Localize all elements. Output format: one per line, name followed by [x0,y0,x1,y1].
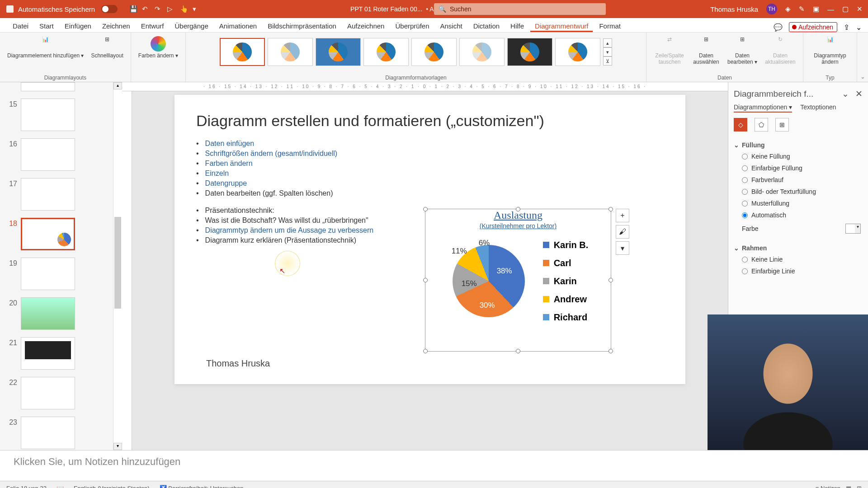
gallery-up-icon[interactable]: ▴ [603,38,612,47]
slide-counter[interactable]: Folie 18 von 33 [6,485,47,488]
chart-style-3[interactable] [316,38,361,66]
slide-thumb-18[interactable] [21,218,75,250]
tab-animationen[interactable]: Animationen [215,19,261,32]
radio-gradient-fill[interactable]: Farbverlauf [734,174,863,186]
resize-handle[interactable] [609,349,613,353]
radio-solid-fill[interactable]: Einfarbige Füllung [734,162,863,174]
pen-icon[interactable]: ✎ [799,5,805,13]
slide-thumb-21[interactable] [21,337,75,370]
quick-layout-button[interactable]: ⊞Schnelllayout [89,35,125,60]
app-menu-icon[interactable] [6,5,14,13]
fill-section-header[interactable]: ⌄ Füllung [734,140,863,150]
notes-toggle[interactable]: ≡ Notizen [816,485,840,488]
refresh-data-button[interactable]: ↻Daten aktualisieren [763,35,797,66]
bullet-l5[interactable]: Datengruppe [196,178,664,188]
slide-thumb-23[interactable] [21,417,75,449]
radio-solid-line[interactable]: Einfarbige Linie [734,265,863,277]
tab-datei[interactable]: Datei [8,19,33,32]
slide-thumb-15[interactable] [21,99,75,131]
horizontal-ruler[interactable]: · 16 · 15 · 14 · 13 · 12 · 11 · 10 · 9 ·… [122,82,728,91]
bullet-l4[interactable]: Einzeln [196,169,664,178]
resize-handle[interactable] [516,349,520,353]
search-box[interactable]: 🔍 Suchen [434,3,606,15]
notes-pane[interactable]: Klicken Sie, um Notizen hinzuzufügen [0,450,868,481]
slide-thumb-22[interactable] [21,377,75,409]
scroll-up-icon[interactable]: ▴ [113,82,122,89]
tab-chart-options[interactable]: Diagrammoptionen ▾ [734,103,792,113]
chart-style-7[interactable] [507,38,552,66]
tab-aufzeichnen[interactable]: Aufzeichnen [343,19,389,32]
tab-text-options[interactable]: Textoptionen [800,103,836,113]
touch-mode-icon[interactable]: 👆 [180,5,188,13]
window-icon[interactable]: ▣ [813,5,819,13]
bullet-l2[interactable]: Schriftgrößen ändern (gesamt/individuell… [196,149,664,159]
radio-no-line[interactable]: Keine Linie [734,253,863,265]
bullet-l6[interactable]: Daten bearbeiten (ggf. Spalten löschen) [196,188,664,198]
view-normal-icon[interactable]: ▦ [846,485,851,488]
border-section-header[interactable]: ⌄ Rahmen [734,243,863,253]
user-name[interactable]: Thomas Hruska [710,5,758,13]
tab-zeichnen[interactable]: Zeichnen [98,19,135,32]
tab-ansicht[interactable]: Ansicht [436,19,467,32]
resize-handle[interactable] [423,207,428,211]
chart-style-5[interactable] [411,38,457,66]
chart-style-8[interactable] [555,38,600,66]
tab-uebergaenge[interactable]: Übergänge [170,19,213,32]
language-status[interactable]: Englisch (Vereinigte Staaten) [74,485,150,488]
chart-brush-icon[interactable]: 🖌 [616,225,629,239]
resize-handle[interactable] [423,278,428,282]
slide-thumb-17[interactable] [21,178,75,211]
tab-einfuegen[interactable]: Einfügen [60,19,96,32]
autosave-toggle[interactable] [101,5,118,13]
change-chart-type-button[interactable]: 📊Diagrammtyp ändern [809,35,851,66]
slide-thumb-20[interactable] [21,297,75,330]
color-picker[interactable]: ▾ [845,224,861,234]
size-props-icon[interactable]: ⊞ [775,118,789,131]
chart-style-4[interactable] [363,38,409,66]
view-sorter-icon[interactable]: ⊞ [857,485,862,488]
tab-bildschirmpraesentation[interactable]: Bildschirmpräsentation [263,19,341,32]
undo-icon[interactable]: ↶ [142,5,150,13]
tab-dictation[interactable]: Dictation [469,19,504,32]
bullet-l3[interactable]: Farben ändern [196,159,664,169]
spellcheck-icon[interactable]: 📖 [57,485,64,488]
slide-thumb-16[interactable] [21,138,75,171]
chart-subtitle[interactable]: (Kursteilnehmer pro Lektor) [425,222,611,230]
gallery-more-icon[interactable]: ⊻ [603,56,612,66]
tab-diagrammentwurf[interactable]: Diagrammentwurf [530,19,593,32]
radio-no-fill[interactable]: Keine Füllung [734,150,863,162]
accessibility-status[interactable]: ♿ Barrierefreiheit: Untersuchen [160,485,244,488]
file-name[interactable]: PPT 01 Roter Faden 00... [350,5,422,13]
chart-style-6[interactable] [459,38,505,66]
chart-style-2[interactable] [268,38,313,66]
redo-icon[interactable]: ↷ [155,5,163,13]
slide-canvas[interactable]: Diagramm erstellen und formatieren („cus… [175,95,685,384]
save-icon[interactable]: 💾 [129,5,137,13]
chart-legend[interactable]: Karin B. Carl Karin Andrew Richard [543,236,589,326]
pie-chart[interactable]: 38% 30% 15% 11% 6% [448,240,529,322]
slide-thumb-14[interactable] [21,82,75,91]
collapse-ribbon-icon[interactable]: ⌄ [857,33,868,82]
pane-close-icon[interactable]: ✕ [855,89,863,99]
slideshow-icon[interactable]: ▷ [167,5,175,13]
slide-author[interactable]: Thomas Hruska [206,358,270,369]
close-icon[interactable]: ✕ [857,5,863,13]
edit-data-button[interactable]: ⊞Daten bearbeiten ▾ [725,35,760,66]
select-data-button[interactable]: ⊞Daten auswählen [691,35,722,66]
pane-dropdown-icon[interactable]: ⌄ [842,89,849,99]
user-avatar[interactable]: TH [766,4,777,14]
slide-title[interactable]: Diagramm erstellen und formatieren („cus… [196,112,664,130]
fill-line-icon[interactable]: ◇ [734,118,747,131]
scroll-handle[interactable] [114,217,121,309]
switch-row-col-button[interactable]: ⇄Zeile/Spalte tauschen [652,35,687,66]
resize-handle[interactable] [609,278,613,282]
minimize-icon[interactable]: — [827,5,834,13]
resize-handle[interactable] [609,207,613,211]
radio-pattern-fill[interactable]: Musterfüllung [734,197,863,209]
tab-start[interactable]: Start [35,19,58,32]
tab-hilfe[interactable]: Hilfe [506,19,528,32]
slide-thumb-19[interactable] [21,258,75,290]
radio-auto-fill[interactable]: Automatisch [734,209,863,221]
tab-format[interactable]: Format [594,19,625,32]
thumbs-scrollbar[interactable]: ▴ ▾ [113,82,122,450]
